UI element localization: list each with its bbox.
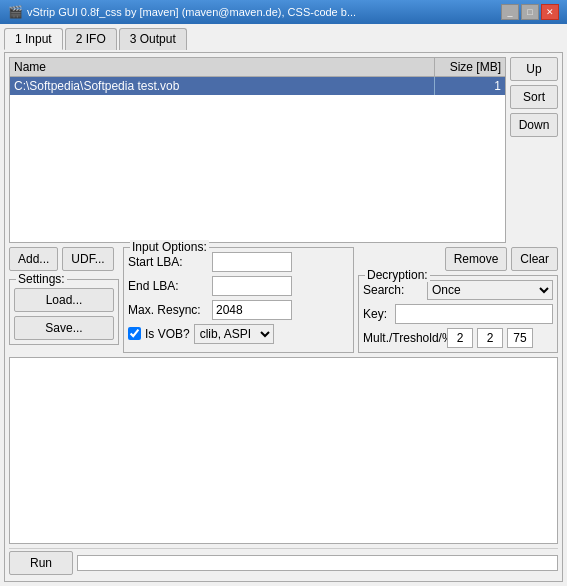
remove-button[interactable]: Remove bbox=[445, 247, 508, 271]
file-list-body[interactable]: C:\Softpedia\Softpedia test.vob 1 bbox=[10, 77, 505, 242]
end-lba-label: End LBA: bbox=[128, 279, 208, 293]
save-button[interactable]: Save... bbox=[14, 316, 114, 340]
tab-input[interactable]: 1 Input bbox=[4, 28, 63, 50]
end-lba-input[interactable] bbox=[212, 276, 292, 296]
mult-val2-input[interactable] bbox=[477, 328, 503, 348]
add-button[interactable]: Add... bbox=[9, 247, 58, 271]
right-section: Remove Clear Decryption: Search: Once Al… bbox=[358, 247, 558, 353]
key-label: Key: bbox=[363, 307, 391, 321]
tab-output[interactable]: 3 Output bbox=[119, 28, 187, 50]
key-row: Key: bbox=[363, 304, 553, 324]
tab-bar: 1 Input 2 IFO 3 Output bbox=[4, 28, 563, 50]
table-row[interactable]: C:\Softpedia\Softpedia test.vob 1 bbox=[10, 77, 505, 95]
add-udf-row: Add... UDF... bbox=[9, 247, 119, 271]
mult-val3-input[interactable] bbox=[507, 328, 533, 348]
tab-ifo[interactable]: 2 IFO bbox=[65, 28, 117, 50]
file-list-container: Name Size [MB] C:\Softpedia\Softpedia te… bbox=[9, 57, 506, 243]
is-vob-checkbox[interactable] bbox=[128, 327, 141, 340]
window-title: vStrip GUI 0.8f_css by [maven] (maven@ma… bbox=[27, 6, 356, 18]
main-content: Name Size [MB] C:\Softpedia\Softpedia te… bbox=[4, 52, 563, 582]
input-options-group: Input Options: Start LBA: End LBA: Max. … bbox=[123, 247, 354, 353]
max-resync-row: Max. Resync: bbox=[128, 300, 349, 320]
load-button[interactable]: Load... bbox=[14, 288, 114, 312]
max-resync-label: Max. Resync: bbox=[128, 303, 208, 317]
is-vob-label: Is VOB? bbox=[145, 327, 190, 341]
start-lba-label: Start LBA: bbox=[128, 255, 208, 269]
search-select[interactable]: Once Always Never bbox=[427, 280, 553, 300]
end-lba-row: End LBA: bbox=[128, 276, 349, 296]
left-controls: Add... UDF... Settings: Load... Save... bbox=[9, 247, 119, 353]
input-options-label: Input Options: bbox=[130, 240, 209, 254]
start-lba-row: Start LBA: bbox=[128, 252, 349, 272]
title-bar: 🎬 vStrip GUI 0.8f_css by [maven] (maven@… bbox=[0, 0, 567, 24]
udf-button[interactable]: UDF... bbox=[62, 247, 113, 271]
decryption-label: Decryption: bbox=[365, 268, 430, 282]
minimize-button[interactable]: _ bbox=[501, 4, 519, 20]
file-size-cell: 1 bbox=[435, 77, 505, 95]
progress-bar bbox=[77, 555, 558, 571]
vob-type-select[interactable]: clib, ASPI clib, NATIVE wnaspi32 bbox=[194, 324, 274, 344]
title-bar-left: 🎬 vStrip GUI 0.8f_css by [maven] (maven@… bbox=[8, 5, 356, 19]
is-vob-row: Is VOB? clib, ASPI clib, NATIVE wnaspi32 bbox=[128, 324, 349, 344]
sort-button[interactable]: Sort bbox=[510, 85, 558, 109]
settings-group: Settings: Load... Save... bbox=[9, 279, 119, 345]
mult-label: Mult./Treshold/%: bbox=[363, 331, 443, 345]
start-lba-input[interactable] bbox=[212, 252, 292, 272]
file-list-header: Name Size [MB] bbox=[10, 58, 505, 77]
bottom-bar: Run bbox=[9, 548, 558, 577]
decryption-group: Decryption: Search: Once Always Never Ke… bbox=[358, 275, 558, 353]
mult-val1-input[interactable] bbox=[447, 328, 473, 348]
maximize-button[interactable]: □ bbox=[521, 4, 539, 20]
controls-section: Add... UDF... Settings: Load... Save... … bbox=[9, 247, 558, 353]
down-button[interactable]: Down bbox=[510, 113, 558, 137]
output-area bbox=[9, 357, 558, 545]
settings-label: Settings: bbox=[16, 272, 67, 286]
title-controls[interactable]: _ □ ✕ bbox=[501, 4, 559, 20]
file-name-cell: C:\Softpedia\Softpedia test.vob bbox=[10, 77, 435, 95]
max-resync-input[interactable] bbox=[212, 300, 292, 320]
up-button[interactable]: Up bbox=[510, 57, 558, 81]
header-name: Name bbox=[10, 58, 435, 76]
side-buttons: Up Sort Down bbox=[510, 57, 558, 243]
settings-buttons: Load... Save... bbox=[14, 288, 114, 340]
file-list-section: Name Size [MB] C:\Softpedia\Softpedia te… bbox=[9, 57, 558, 243]
search-label: Search: bbox=[363, 283, 423, 297]
clear-button[interactable]: Clear bbox=[511, 247, 558, 271]
close-button[interactable]: ✕ bbox=[541, 4, 559, 20]
app-icon: 🎬 bbox=[8, 5, 23, 19]
mult-row: Mult./Treshold/%: bbox=[363, 328, 553, 348]
header-size: Size [MB] bbox=[435, 58, 505, 76]
window-body: 1 Input 2 IFO 3 Output Name Size [MB] C:… bbox=[0, 24, 567, 586]
search-row: Search: Once Always Never bbox=[363, 280, 553, 300]
key-input[interactable] bbox=[395, 304, 553, 324]
run-button[interactable]: Run bbox=[9, 551, 73, 575]
